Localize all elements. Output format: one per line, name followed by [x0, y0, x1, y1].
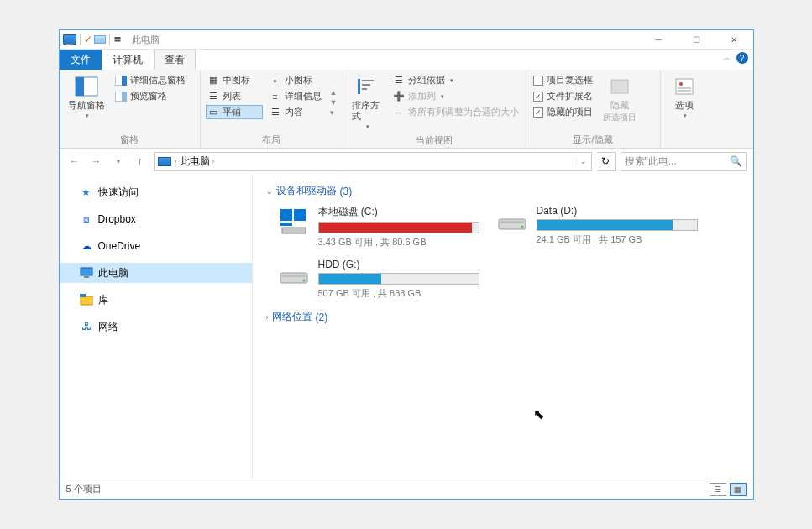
drive-item[interactable]: 本地磁盘 (C:)3.43 GB 可用 , 共 80.6 GB — [278, 205, 479, 249]
svg-rect-6 — [358, 79, 360, 94]
up-button[interactable]: ↑ — [132, 153, 149, 170]
folder-icon[interactable] — [94, 35, 106, 44]
ribbon-group-panes: 导航窗格 详细信息窗格 预览窗格 窗格 — [60, 70, 201, 148]
options-button[interactable]: 选项 — [668, 73, 700, 134]
svg-rect-21 — [280, 223, 292, 226]
add-column-icon: ➕ — [393, 91, 405, 102]
fit-columns-button[interactable]: ↔将所有列调整为合适的大小 — [391, 105, 521, 119]
layout-small-icons[interactable]: ▫小图标 — [268, 73, 325, 87]
tab-view[interactable]: 查看 — [154, 50, 196, 70]
properties-icon[interactable]: ✓ — [84, 34, 92, 45]
separator — [80, 34, 81, 45]
search-input[interactable]: 搜索"此电... 🔍 — [621, 152, 747, 171]
maximize-button[interactable]: ☐ — [678, 30, 715, 49]
svg-rect-11 — [676, 79, 693, 94]
pc-icon — [80, 266, 93, 280]
svg-rect-8 — [362, 84, 370, 86]
search-icon: 🔍 — [730, 155, 742, 167]
back-button[interactable]: ← — [66, 153, 83, 170]
svg-rect-16 — [84, 276, 89, 278]
view-details-button[interactable]: ☰ — [710, 483, 726, 496]
drive-item[interactable]: Data (D:)24.1 GB 可用 , 共 157 GB — [496, 205, 698, 249]
group-by-button[interactable]: ☰分组依据 — [391, 73, 521, 87]
layout-medium-icons[interactable]: ▦中图标 — [206, 73, 263, 87]
file-ext-toggle[interactable]: 文件扩展名 — [532, 89, 595, 103]
collapse-ribbon-icon[interactable]: ︿ — [723, 52, 731, 64]
ribbon-group-options: 选项 — [661, 70, 708, 148]
layout-details[interactable]: ≡详细信息 — [268, 89, 325, 103]
add-column-button[interactable]: ➕添加列 — [391, 89, 521, 103]
layout-scroll-more[interactable]: ▾ — [330, 108, 338, 117]
drive-free-text: 3.43 GB 可用 , 共 80.6 GB — [318, 236, 479, 249]
explorer-window: ✓ 〓 此电脑 ─ ☐ ✕ 文件 计算机 查看 ︿ ? — [59, 29, 754, 500]
item-checkbox-toggle[interactable]: 项目复选框 — [532, 73, 595, 87]
ribbon-group-current-view: 排序方式 ☰分组依据 ➕添加列 ↔将所有列调整为合适的大小 当前视图 — [343, 70, 526, 148]
layout-scroll-up[interactable]: ▲ — [330, 88, 338, 97]
window-title: 此电脑 — [132, 34, 160, 46]
address-bar[interactable]: › 此电脑› ⌄ — [154, 152, 592, 171]
hidden-items-toggle[interactable]: 隐藏的项目 — [532, 105, 595, 119]
svg-rect-10 — [611, 80, 628, 93]
navigation-toolbar: ← → ▾ ↑ › 此电脑› ⌄ ↻ 搜索"此电... 🔍 — [60, 149, 753, 174]
svg-rect-3 — [122, 76, 127, 86]
layout-scroll-down[interactable]: ▼ — [330, 98, 338, 107]
svg-rect-22 — [282, 228, 306, 233]
checkbox-icon — [533, 92, 543, 102]
group-label-panes: 窗格 — [65, 132, 195, 146]
help-icon[interactable]: ? — [736, 52, 748, 64]
details-icon: ≡ — [270, 91, 281, 102]
qat-dropdown-icon[interactable]: 〓 — [113, 34, 122, 45]
refresh-button[interactable]: ↻ — [597, 152, 616, 171]
drive-usage-bar — [537, 219, 698, 231]
group-header-network[interactable]: › 网络位置 (2) — [266, 310, 743, 324]
history-dropdown[interactable]: ▾ — [110, 153, 127, 170]
svg-rect-1 — [76, 77, 84, 96]
svg-rect-9 — [362, 88, 367, 90]
drives-list: 本地磁盘 (C:)3.43 GB 可用 , 共 80.6 GBData (D:)… — [278, 205, 743, 300]
hide-selected-button[interactable]: 隐藏 所选项目 — [600, 73, 640, 132]
sidebar-item-this-pc[interactable]: 此电脑 — [60, 263, 252, 283]
sidebar-item-libraries[interactable]: 库 — [60, 290, 252, 310]
drive-name: Data (D:) — [537, 205, 698, 217]
layout-content[interactable]: ☰内容 — [268, 105, 325, 119]
minimize-button[interactable]: ─ — [640, 30, 678, 49]
status-bar: 5 个项目 ☰ ▦ — [60, 479, 753, 499]
drive-item[interactable]: HDD (G:)507 GB 可用 , 共 833 GB — [278, 259, 479, 300]
chevron-down-icon: ⌄ — [266, 187, 273, 196]
drive-icon — [278, 205, 310, 237]
close-button[interactable]: ✕ — [715, 30, 753, 49]
detail-pane-button[interactable]: 详细信息窗格 — [113, 73, 187, 87]
options-icon — [672, 75, 697, 98]
nav-pane-icon — [74, 75, 99, 98]
sidebar-item-network[interactable]: 🖧网络 — [60, 317, 252, 337]
sidebar-item-onedrive[interactable]: ☁OneDrive — [60, 236, 252, 256]
layout-list[interactable]: ☰列表 — [206, 89, 263, 103]
group-header-drives[interactable]: ⌄ 设备和驱动器 (3) — [266, 184, 743, 198]
app-icon — [63, 34, 76, 45]
tab-computer[interactable]: 计算机 — [102, 50, 154, 70]
layout-tiles[interactable]: ▭平铺 — [206, 105, 263, 119]
sidebar-item-quick-access[interactable]: ★快速访问 — [60, 182, 252, 202]
forward-button[interactable]: → — [88, 153, 105, 170]
tab-file[interactable]: 文件 — [60, 50, 102, 70]
sort-by-button[interactable]: 排序方式 — [348, 73, 386, 133]
star-icon: ★ — [80, 186, 93, 199]
nav-pane-button[interactable]: 导航窗格 — [65, 73, 108, 132]
group-label-layout: 布局 — [206, 132, 338, 146]
breadcrumb-this-pc[interactable]: 此电脑 — [180, 155, 210, 169]
nav-pane-label: 导航窗格 — [68, 100, 105, 111]
group-label-show-hide: 显示/隐藏 — [532, 132, 655, 146]
preview-pane-icon — [115, 91, 127, 102]
explorer-body: ★快速访问 ⧈Dropbox ☁OneDrive 此电脑 库 🖧网络 ⌄ 设备和… — [60, 174, 753, 479]
address-dropdown[interactable]: ⌄ — [576, 157, 591, 165]
svg-point-25 — [521, 226, 523, 228]
sort-icon — [354, 75, 380, 98]
quick-access-toolbar: ✓ 〓 — [60, 34, 125, 45]
titlebar: ✓ 〓 此电脑 ─ ☐ ✕ — [60, 30, 753, 50]
network-icon: 🖧 — [80, 320, 93, 333]
tiles-icon: ▭ — [207, 107, 219, 118]
sidebar-item-dropbox[interactable]: ⧈Dropbox — [60, 209, 252, 229]
this-pc-icon — [158, 157, 171, 166]
preview-pane-button[interactable]: 预览窗格 — [113, 89, 187, 103]
view-tiles-button[interactable]: ▦ — [730, 483, 747, 496]
